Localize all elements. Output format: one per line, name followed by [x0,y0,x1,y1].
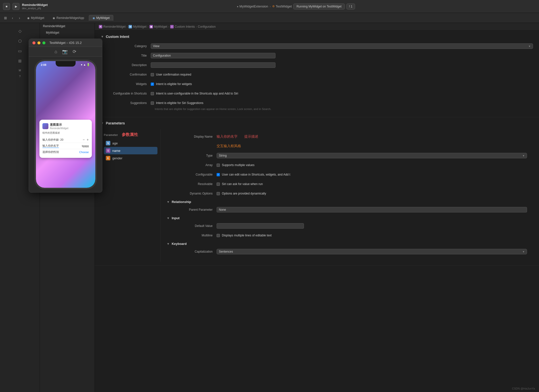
keyboard-section: ▼ Keyboard Capitalization Sentences ▼ [167,242,527,255]
multiline-checkbox[interactable] [217,234,220,237]
parameters-header[interactable]: ▼ Parameters [101,121,533,125]
widget-card: 意图显示 ReminderWidget 组件的意图描述 输入你的年龄: 20 −… [39,120,92,158]
rect-icon[interactable]: ▭ [16,47,24,55]
input-section: ▼ Input Default Value Multiline [167,216,527,239]
title-input[interactable] [151,53,275,58]
keyboard-header[interactable]: ▼ Keyboard [167,242,527,246]
param-attr-label: 参数属性 [122,132,138,137]
suggestions-checkbox[interactable] [151,101,154,105]
widget-desc: 组件的意图描述 [42,131,89,135]
suggestions-text: Intent is eligible for Siri Suggestions [156,101,203,105]
param-configurable-value: ✓ User can edit value in Shortcuts, widg… [217,173,527,176]
dynamic-text: Options are provided dynamically [222,192,266,195]
tab-mywidget1[interactable]: ◉ MyWidget [23,15,48,21]
default-value-input[interactable] [217,223,304,229]
help-label[interactable]: ? [19,75,20,78]
confirmation-text: User confirmation required [156,73,191,76]
param-item-name[interactable]: S name [104,147,157,154]
dynamic-row: Dynamic Options Options are provided dyn… [167,190,527,197]
multiline-text: Displays multiple lines of editable text [222,234,271,237]
widget-age-label: 输入你的年龄: 20 [42,138,63,142]
sim-screenshot-icon[interactable]: 📷 [62,49,68,54]
display-name-value: 输入你的名字 提示描述 [217,134,527,139]
title-label: Title [101,54,151,57]
configurable-value: Intent is user-configurable in the Short… [151,92,533,95]
capitalization-row: Capitalization Sentences ▼ [167,248,527,255]
category-select[interactable]: View ▼ [151,43,533,49]
capitalization-value: Sentences ▼ [217,249,527,254]
array-checkbox[interactable] [217,164,220,167]
param-item-age[interactable]: N age [104,139,157,147]
widgets-text: Intent is eligible for widgets [156,82,192,86]
param-item-gender[interactable]: E gender [104,154,157,162]
param-age-label: age [112,141,118,145]
m-label[interactable]: M [19,69,21,72]
bc-mywidget1: M MyWidget [129,25,146,28]
nav-forward-button[interactable]: › [16,15,22,21]
stop-button[interactable]: ■ [3,3,10,10]
bc-sep1: › [127,25,128,28]
sim-close-button[interactable] [32,41,35,44]
watermark: CSDN @HaiJunYa [512,387,535,390]
confirmation-checkbox[interactable] [151,73,154,76]
tab-bar: ⊞ ‹ › ◉ MyWidget ◉ ReminderWidgetApp ◉ M… [0,13,539,23]
input-style-value: 交互输入框风格 [217,144,527,148]
description-input[interactable] [151,62,275,68]
phone-signal: ● ▲ 🔋 [81,63,90,66]
input-style-row: 交互输入框风格 [167,143,527,150]
capitalization-select[interactable]: Sentences ▼ [217,249,527,254]
param-configurable-checkbox[interactable]: ✓ [217,173,220,176]
grid-button[interactable]: ⊞ [2,15,8,21]
parameters-section: ▼ Parameters Parameter 参数属性 N age S [95,117,539,266]
dynamic-checkbox[interactable] [217,192,220,195]
error-badge: ! 1 [346,3,355,9]
custom-intent-header[interactable]: ▼ Custom Intent [101,35,533,39]
breadcrumb-sep1: › [270,4,270,8]
widget-row-gender: 选择你的性别 Choose [42,149,89,155]
play-button[interactable]: ▶ [12,3,19,10]
widget-app-icon [42,123,48,129]
relationship-header[interactable]: ▼ Relationship [167,200,527,204]
sim-controls: ⌂ 📷 ⟳ [29,47,102,57]
diamond-icon[interactable]: ◇ [16,27,24,35]
description-label: Description [101,63,151,67]
tab-mywidget2-icon: ◉ [93,16,95,20]
parent-param-select[interactable]: None [217,207,527,212]
resolvable-label: Resolvable [167,182,217,186]
nav-back-button[interactable]: ‹ [9,15,15,21]
sim-maximize-button[interactable] [42,41,45,44]
bc-sep2: › [147,25,148,28]
sim-titlebar: TestWidget – iOS 15.2 [29,39,102,47]
nav-mywidget[interactable]: MyWidget [40,29,95,36]
type-row: Type String ▼ [167,152,527,159]
age-stepper[interactable]: − + [83,138,89,142]
multiline-row: Multiline Displays multiple lines of edi… [167,232,527,239]
hex-icon[interactable]: ⬡ [16,37,24,45]
resolvable-checkbox[interactable] [217,183,220,186]
default-value-label: Default Value [167,224,217,228]
stepper-plus[interactable]: + [87,138,89,142]
stepper-minus[interactable]: − [83,138,85,142]
nav-reminderwidget[interactable]: ReminderWidget [40,23,95,29]
sim-home-icon[interactable]: ⌂ [55,49,57,54]
sim-rotate-icon[interactable]: ⟳ [73,49,76,54]
widgets-value: ✓ Intent is eligible for widgets [151,82,533,86]
params-layout: Parameter 参数属性 N age S name E gender [101,129,533,262]
sim-minimize-button[interactable] [37,41,40,44]
grid-nav-icon[interactable]: ⊞ [16,57,24,65]
multiline-label: Multiline [167,234,217,237]
tab-reminderwidgetapp[interactable]: ◉ ReminderWidgetApp [49,15,88,21]
widgets-checkbox[interactable]: ✓ [151,83,154,86]
display-name-label: Display Name [167,135,217,138]
widget-choose-link[interactable]: Choose [79,151,89,154]
array-text: Supports multiple values [222,163,255,167]
breadcrumb-widget: ⚙ TestWidget [272,4,292,8]
type-select[interactable]: String ▼ [217,153,527,158]
tab-mywidget2[interactable]: ◉ MyWidget [89,15,113,21]
widget-name-value: tgggg [82,144,89,147]
widget-row-name: 输入你的名字 tgggg [42,143,89,149]
multiline-value: Displays multiple lines of editable text [217,234,527,237]
parameters-title: Parameters [106,121,125,125]
input-header[interactable]: ▼ Input [167,216,527,220]
configurable-checkbox[interactable] [151,92,154,95]
